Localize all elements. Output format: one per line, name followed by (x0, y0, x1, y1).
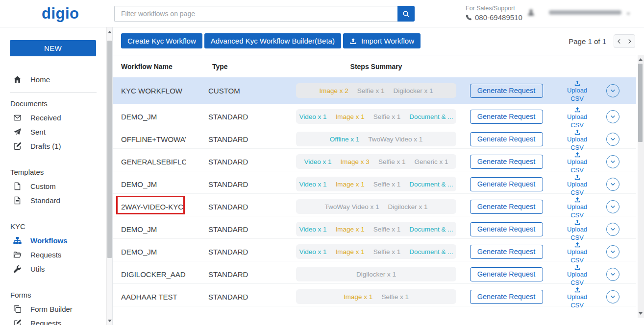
scroll-down-icon[interactable] (107, 317, 112, 324)
advanced-kyc-builder-button[interactable]: Advanced Kyc Workflow Builder(Beta) (204, 33, 341, 48)
row-expand-button[interactable] (606, 245, 619, 258)
generate-request-button[interactable]: Generate Request (470, 267, 543, 281)
workflow-name: OFFLINE+TWOWAY (121, 135, 186, 143)
user-account-menu[interactable] (527, 9, 631, 16)
step-label: Digilocker x 1 (388, 203, 428, 210)
table-row: DEMO_JM STANDARD Video x 1Image x 1Selfi… (113, 171, 636, 194)
generate-request-button[interactable]: Generate Request (470, 132, 543, 146)
scroll-up-icon[interactable] (638, 56, 643, 63)
sidebar-item-custom[interactable]: Custom (0, 179, 106, 193)
sidebar-item-form-builder[interactable]: Form Builder (0, 302, 106, 316)
table-row: DIGILOCKER_AADH STANDARD Digilocker x 1 … (113, 261, 636, 284)
row-expand-button[interactable] (606, 133, 619, 146)
step-label: Document & ... (409, 226, 453, 233)
support-phone: 080-69489510 (475, 13, 522, 22)
upload-icon (574, 241, 581, 248)
workflow-name: 2WAY-VIDEO-KYC (121, 203, 186, 211)
upload-csv-link[interactable]: Upload CSV (566, 129, 589, 152)
sidebar-item-requests[interactable]: Requests (0, 316, 106, 325)
step-label: Video x 1 (299, 226, 326, 233)
upload-csv-link[interactable]: Upload CSV (566, 151, 589, 174)
sales-support-block: For Sales/Support 080-69489510 (466, 5, 522, 22)
row-expand-button[interactable] (606, 223, 619, 236)
user-email-redacted (549, 10, 621, 15)
workflow-name: DEMO_JM (121, 225, 186, 233)
next-page-button[interactable] (624, 35, 635, 47)
upload-csv-link[interactable]: Upload CSV (566, 264, 589, 287)
upload-csv-link[interactable]: Upload CSV (566, 196, 589, 219)
row-expand-button[interactable] (606, 155, 619, 168)
create-kyc-workflow-button[interactable]: Create Kyc Workflow (121, 33, 202, 48)
sidebar-item-utils[interactable]: Utils (0, 262, 106, 276)
upload-icon (574, 151, 581, 158)
upload-csv-link[interactable]: Upload CSV (566, 174, 589, 197)
chevron-down-icon (609, 248, 617, 255)
sidebar-scrollbar[interactable] (106, 27, 113, 325)
step-label: Image x 1 (335, 181, 364, 188)
row-expand-button[interactable] (606, 268, 619, 281)
upload-icon (574, 106, 581, 113)
workflow-type: STANDARD (208, 180, 296, 188)
generate-request-button[interactable]: Generate Request (470, 200, 543, 214)
steps-summary-chip: Video x 1Image x 1Selfie x 1Document & .… (296, 222, 456, 236)
step-label: Selfie x 1 (373, 113, 401, 120)
row-expand-button[interactable] (606, 110, 619, 123)
sidebar-item-workflows[interactable]: Workflows (0, 233, 106, 248)
new-button[interactable]: NEW (10, 40, 96, 56)
steps-summary-chip: Offline x 1TwoWay Video x 1 (296, 132, 456, 146)
scroll-up-icon[interactable] (107, 28, 112, 35)
row-expand-button[interactable] (606, 200, 619, 213)
sidebar-divider (10, 92, 97, 93)
generate-request-button[interactable]: Generate Request (470, 177, 543, 191)
prev-page-button[interactable] (614, 35, 624, 47)
step-label: Selfie x 1 (357, 87, 385, 94)
wrench-icon (13, 265, 22, 273)
sitemap-icon (13, 236, 22, 245)
upload-csv-link[interactable]: Upload CSV (566, 219, 589, 242)
search-icon (402, 10, 410, 18)
sidebar-item-requests[interactable]: Requests (0, 248, 106, 262)
pagination: Page 1 of 1 (569, 34, 635, 48)
sidebar-item-sent[interactable]: Sent (0, 125, 106, 139)
sidebar-item-received[interactable]: Received (0, 111, 106, 125)
steps-summary-chip: Video x 1Image x 1Selfie x 1Document & .… (296, 109, 456, 124)
search-input[interactable] (114, 6, 397, 22)
step-label: Image x 1 (335, 113, 364, 120)
workflow-table: KYC WORKFLOW CUSTOM Image x 2Selfie x 1D… (113, 77, 636, 306)
table-row: GENERALSEBIFLOW STANDARD Video x 1Image … (113, 149, 636, 171)
sidebar: NEW Home Documents Received Sent Drafts … (0, 27, 106, 325)
table-scroll-thumb[interactable] (638, 64, 643, 142)
row-expand-button[interactable] (606, 178, 619, 191)
upload-csv-link[interactable]: Upload CSV (566, 241, 589, 264)
workflow-type: STANDARD (208, 270, 296, 279)
generate-request-button[interactable]: Generate Request (470, 84, 543, 98)
sidebar-item-home[interactable]: Home (0, 72, 106, 87)
digio-logo[interactable]: digio (42, 5, 79, 23)
upload-csv-link[interactable]: Upload CSV (566, 106, 589, 129)
generate-request-button[interactable]: Generate Request (470, 222, 543, 236)
sidebar-item-drafts-1-[interactable]: Drafts (1) (0, 139, 106, 153)
step-label: Digilocker x 1 (393, 87, 433, 94)
import-workflow-button[interactable]: Import Workflow (343, 33, 421, 48)
row-expand-button[interactable] (606, 290, 619, 303)
table-row: DEMO_JM STANDARD Video x 1Image x 1Selfi… (113, 104, 636, 126)
upload-csv-link[interactable]: Upload CSV (566, 80, 589, 104)
workflow-name: DEMO_JM (121, 248, 186, 256)
sidebar-scroll-thumb[interactable] (107, 41, 112, 258)
chevron-down-icon (609, 271, 617, 278)
steps-summary-chip: Video x 1Image x 1Selfie x 1Document & .… (296, 177, 456, 191)
workflow-name: DEMO_JM (121, 180, 186, 188)
scroll-down-icon[interactable] (638, 310, 643, 317)
generate-request-button[interactable]: Generate Request (470, 155, 543, 169)
sidebar-item-standard[interactable]: Standard (0, 193, 106, 208)
upload-icon (574, 80, 581, 86)
step-label: TwoWay Video x 1 (324, 203, 379, 210)
generate-request-button[interactable]: Generate Request (470, 290, 543, 304)
generate-request-button[interactable]: Generate Request (470, 110, 543, 124)
row-expand-button[interactable] (606, 84, 619, 97)
search-button[interactable] (397, 6, 415, 22)
table-scrollbar[interactable] (638, 55, 644, 318)
generate-request-button[interactable]: Generate Request (470, 245, 543, 259)
upload-csv-link[interactable]: Upload CSV (566, 286, 589, 309)
steps-summary-chip: Image x 1Selfie x 1 (296, 289, 456, 304)
